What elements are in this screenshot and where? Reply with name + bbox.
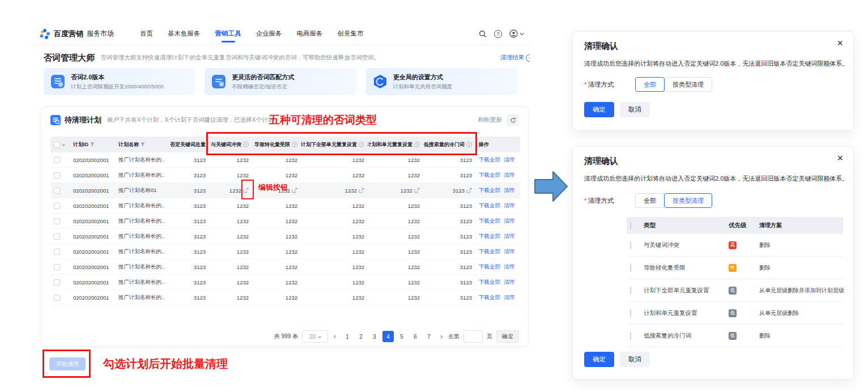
- download-all-link[interactable]: 下载全部: [479, 202, 500, 210]
- refresh-button[interactable]: [507, 114, 519, 126]
- edit-icon[interactable]: [243, 188, 249, 193]
- page-number[interactable]: 6: [410, 331, 421, 342]
- cold-cell: 3123: [460, 233, 472, 240]
- edit-icon[interactable]: [359, 188, 364, 193]
- edit-icon[interactable]: [292, 188, 297, 193]
- next-page-button[interactable]: ›: [439, 333, 444, 340]
- confirm-button[interactable]: 确定: [584, 102, 614, 117]
- type-row-checkbox[interactable]: [630, 332, 631, 340]
- option-all[interactable]: 全部: [635, 77, 665, 92]
- nav-item[interactable]: 创意集市: [338, 23, 364, 45]
- start-clean-button[interactable]: 开始清理: [49, 357, 86, 370]
- clean-link[interactable]: 清理: [504, 172, 514, 179]
- plan-dup-cell: 1232: [408, 279, 420, 286]
- clean-link[interactable]: 清理: [504, 156, 514, 164]
- type-row-checkbox[interactable]: [630, 264, 631, 272]
- page-number[interactable]: 5: [396, 331, 407, 342]
- main-page: 百度营销 服务市场 首页基木鱼服务营销工具企业服务电商服务创意集市 ?: [31, 23, 530, 391]
- cancel-button[interactable]: 取消: [620, 352, 650, 367]
- question-icon[interactable]: ?: [292, 142, 297, 147]
- type-row-checkbox[interactable]: [630, 241, 631, 249]
- download-all-link[interactable]: 下载全部: [479, 248, 500, 255]
- row-checkbox[interactable]: [54, 264, 60, 270]
- download-all-link[interactable]: 下载全部: [479, 218, 500, 225]
- col-cold: 低搜索量的冷门词: [424, 141, 465, 148]
- row-checkbox[interactable]: [54, 188, 60, 194]
- page-number[interactable]: 3: [369, 331, 380, 342]
- clean-link[interactable]: 清理: [504, 218, 514, 225]
- row-checkbox[interactable]: [54, 218, 60, 224]
- clean-link[interactable]: 清理: [504, 279, 514, 286]
- nav-item[interactable]: 基木鱼服务: [168, 23, 201, 45]
- conflict-cell: 1232: [237, 218, 249, 224]
- nav-item[interactable]: 首页: [140, 23, 153, 45]
- question-icon[interactable]: ?: [359, 142, 364, 147]
- all-dup-cell: 1232: [345, 188, 357, 194]
- question-icon[interactable]: ?: [243, 142, 249, 147]
- page-number[interactable]: 4: [382, 331, 394, 342]
- type-row-checkbox[interactable]: [630, 287, 631, 295]
- download-all-link[interactable]: 下载全部: [479, 233, 500, 240]
- download-all-link[interactable]: 下载全部: [479, 156, 500, 164]
- nav-item[interactable]: 营销工具: [215, 23, 241, 45]
- download-all-link[interactable]: 下载全部: [479, 172, 500, 179]
- cancel-button[interactable]: 取消: [620, 102, 650, 117]
- confirm-button[interactable]: 确定: [584, 352, 614, 367]
- help-icon[interactable]: ?: [494, 30, 502, 38]
- close-icon[interactable]: ×: [837, 153, 843, 163]
- download-all-link[interactable]: 下载全部: [479, 263, 500, 271]
- clean-link[interactable]: 清理: [504, 248, 514, 255]
- prev-page-button[interactable]: ‹: [332, 333, 338, 340]
- row-checkbox[interactable]: [54, 233, 60, 240]
- doc-check-icon: [211, 74, 226, 89]
- filter-icon[interactable]: [141, 142, 145, 147]
- download-all-link[interactable]: 下载全部: [479, 187, 500, 194]
- option-all[interactable]: 全部: [635, 193, 665, 208]
- type-row-checkbox[interactable]: [630, 309, 631, 317]
- goto-page-input[interactable]: [463, 330, 483, 343]
- search-icon[interactable]: [479, 30, 487, 38]
- card-title: 否词2.0版本: [71, 73, 164, 82]
- brand-logo[interactable]: 百度营销 服务市场: [39, 28, 114, 40]
- plan-name-cell: 推广计划名称长的...: [115, 172, 165, 179]
- edit-icon[interactable]: [414, 188, 420, 193]
- feature-card-version: 否词2.0版本 计划上否词限额提升至2000/4000/5000: [44, 68, 195, 95]
- plan-dup-cell: 1232: [408, 157, 420, 163]
- modal-title: 清理确认: [584, 41, 618, 52]
- select-all-checkbox[interactable]: [54, 142, 60, 148]
- page-size-select[interactable]: 20: [302, 330, 328, 343]
- clean-results-link[interactable]: 清理结果 ›: [500, 54, 530, 62]
- page-number[interactable]: 1: [342, 331, 353, 342]
- clean-link[interactable]: 清理: [504, 263, 514, 271]
- download-all-link[interactable]: 下载全部: [479, 279, 500, 286]
- clean-link[interactable]: 清理: [504, 187, 514, 194]
- download-all-link[interactable]: 下载全部: [479, 294, 500, 301]
- row-checkbox[interactable]: [54, 172, 60, 178]
- filter-icon[interactable]: [90, 142, 95, 147]
- goto-confirm-button[interactable]: 确定: [496, 330, 519, 343]
- option-by-type[interactable]: 按类型清理: [664, 77, 712, 92]
- user-menu[interactable]: [509, 29, 523, 38]
- close-icon[interactable]: ×: [837, 38, 843, 48]
- clean-link[interactable]: 清理: [504, 233, 514, 240]
- clean-link[interactable]: 清理: [504, 294, 514, 301]
- type-select-all-checkbox[interactable]: [630, 221, 631, 229]
- nav-item[interactable]: 企业服务: [256, 23, 282, 45]
- row-checkbox[interactable]: [54, 249, 60, 255]
- all-dup-cell: 1232: [352, 172, 364, 178]
- question-icon[interactable]: ?: [466, 142, 472, 147]
- limited-cell: 1232: [286, 218, 297, 224]
- row-checkbox[interactable]: [54, 279, 60, 286]
- modal-footer: 确定 取消: [584, 102, 650, 117]
- nav-item[interactable]: 电商服务: [297, 23, 323, 45]
- clean-link[interactable]: 清理: [504, 202, 514, 210]
- row-checkbox[interactable]: [54, 295, 60, 301]
- row-checkbox[interactable]: [54, 203, 60, 209]
- question-icon[interactable]: ?: [414, 142, 420, 147]
- edit-icon[interactable]: [466, 188, 472, 193]
- option-by-type[interactable]: 按类型清理: [664, 193, 712, 208]
- row-checkbox[interactable]: [54, 157, 60, 163]
- page-number[interactable]: 2: [355, 331, 367, 342]
- page-number[interactable]: 7: [423, 331, 435, 342]
- select-dropdown-icon[interactable]: [62, 143, 65, 146]
